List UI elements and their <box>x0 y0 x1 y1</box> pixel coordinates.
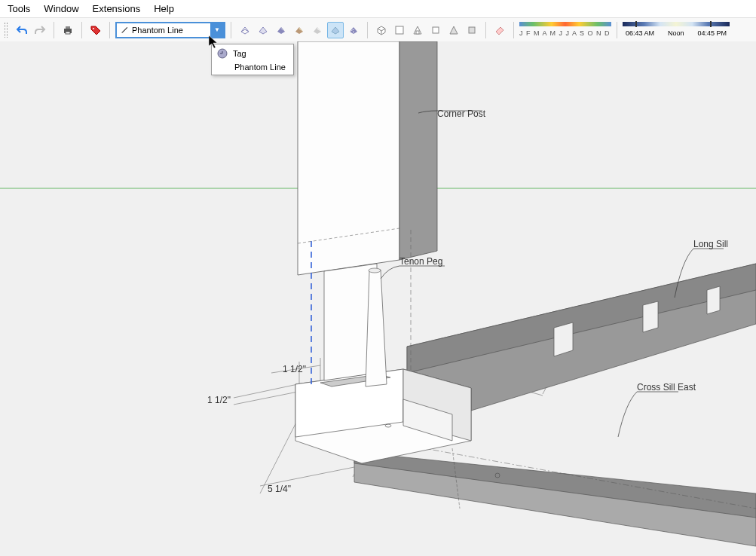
time-end: 04:45 PM <box>697 29 727 37</box>
svg-point-3 <box>93 28 94 29</box>
menu-extensions[interactable]: Extensions <box>93 3 141 14</box>
undo-button[interactable] <box>14 22 30 38</box>
label-tenon-peg: Tenon Peg <box>399 256 442 267</box>
cross-sill-geometry <box>354 437 756 546</box>
redo-button[interactable] <box>32 22 48 38</box>
eraser-button[interactable] <box>491 22 508 38</box>
month-labels: J F M A M J J A S O N D <box>519 29 611 37</box>
dropdown-option-phantom[interactable]: Phantom Line <box>213 61 292 73</box>
chevron-down-icon: ▼ <box>210 23 224 37</box>
tag-dropdown-panel: Tag Phantom Line <box>211 44 294 75</box>
menu-tools[interactable]: Tools <box>8 3 30 14</box>
svg-marker-26 <box>554 322 573 356</box>
separator <box>617 22 617 38</box>
svg-text:1 1/2": 1 1/2" <box>283 364 306 374</box>
top-view-button[interactable] <box>391 22 408 38</box>
svg-text:5 1/4": 5 1/4" <box>268 484 291 494</box>
separator <box>367 22 368 38</box>
menu-bar: Tools Window Extensions Help <box>0 0 756 18</box>
month-slider[interactable]: J F M A M J J A S O N D <box>519 22 611 38</box>
undo-group <box>11 22 51 38</box>
menu-help[interactable]: Help <box>154 3 174 14</box>
svg-rect-1 <box>66 26 70 29</box>
style-wireframe-button[interactable] <box>237 22 253 38</box>
print-button[interactable] <box>60 22 76 38</box>
iso-view-button[interactable] <box>373 22 390 38</box>
svg-rect-6 <box>433 27 439 33</box>
style-group <box>234 22 365 38</box>
view-group <box>370 22 483 38</box>
back-view-button[interactable] <box>445 22 462 38</box>
style-back-edges-button[interactable] <box>345 22 362 38</box>
svg-rect-4 <box>396 26 403 34</box>
svg-rect-7 <box>469 27 475 33</box>
time-mid: Noon <box>668 29 684 37</box>
separator <box>81 22 82 38</box>
separator <box>54 22 54 38</box>
pencil-icon <box>121 27 127 33</box>
svg-line-10 <box>234 392 298 405</box>
svg-marker-27 <box>643 301 658 332</box>
svg-text:1 1/2": 1 1/2" <box>207 395 231 405</box>
separator <box>231 22 231 38</box>
svg-line-9 <box>234 384 298 398</box>
main-toolbar: Phantom Line ▼ J F M A M J J A S O N D <box>0 18 756 42</box>
tenon-peg-geometry <box>366 268 387 386</box>
dimension-2: 1 1/2" <box>271 358 320 385</box>
label-long-sill: Long Sill <box>693 239 728 249</box>
style-mono-button[interactable] <box>309 22 326 38</box>
separator <box>513 22 514 38</box>
style-shaded-button[interactable] <box>273 22 289 38</box>
svg-point-46 <box>369 268 381 273</box>
svg-marker-28 <box>707 286 720 314</box>
style-hidden-button[interactable] <box>255 22 271 38</box>
svg-marker-41 <box>399 41 437 260</box>
toolbar-handle[interactable] <box>5 23 8 38</box>
right-view-button[interactable] <box>427 22 444 38</box>
model-viewport[interactable]: 1 1/2" 1 1/2" 5 1/4" 5 1/4" <box>0 41 756 556</box>
front-view-button[interactable] <box>409 22 426 38</box>
label-cross-sill: Cross Sill East <box>637 382 696 393</box>
svg-marker-45 <box>366 270 387 386</box>
svg-rect-2 <box>66 32 70 34</box>
tag-selector-dropdown[interactable]: Phantom Line ▼ <box>115 22 225 38</box>
time-start: 06:43 AM <box>626 29 654 37</box>
separator <box>109 22 110 38</box>
dimension-1: 1 1/2" <box>207 384 298 405</box>
tag-icon <box>216 47 228 60</box>
style-xray-button[interactable] <box>327 22 344 38</box>
left-view-button[interactable] <box>464 22 480 38</box>
time-slider[interactable]: 06:43 AM Noon 04:45 PM <box>623 22 730 38</box>
dropdown-header: Tag <box>213 46 292 61</box>
separator <box>485 22 486 38</box>
menu-window[interactable]: Window <box>44 3 78 14</box>
style-shaded-texture-button[interactable] <box>291 22 308 38</box>
svg-marker-40 <box>298 41 399 275</box>
tag-manager-button[interactable] <box>87 22 104 38</box>
label-corner-post: Corner Post <box>437 108 486 119</box>
tag-selector-value: Phantom Line <box>132 26 210 35</box>
svg-rect-5 <box>416 31 419 34</box>
